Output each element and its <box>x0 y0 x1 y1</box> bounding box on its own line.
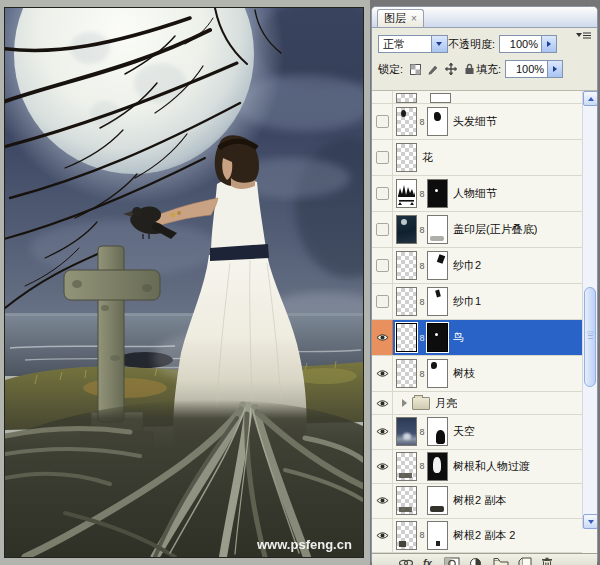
eye-hidden-box[interactable] <box>372 248 393 283</box>
layer-thumbnail[interactable] <box>396 251 417 280</box>
layer-name[interactable]: 头发细节 <box>453 114 497 129</box>
layer-row-树枝[interactable]: 8树枝 <box>372 356 582 392</box>
layer-name[interactable]: 纱巾1 <box>453 294 481 309</box>
panel-menu-icon[interactable] <box>572 28 594 41</box>
layer-thumbnail[interactable] <box>396 452 417 481</box>
mask-link-icon[interactable]: 8 <box>417 333 427 343</box>
panel-titlebar[interactable]: 图层 × <box>372 7 597 28</box>
layer-thumbnail[interactable] <box>396 179 417 208</box>
layer-thumbnail[interactable] <box>396 417 417 446</box>
layer-mask-thumbnail[interactable] <box>427 179 448 208</box>
layer-row-头发细节[interactable]: 8头发细节 <box>372 104 582 140</box>
layer-thumbnail[interactable] <box>396 143 417 172</box>
eye-visible-icon[interactable] <box>372 450 393 484</box>
layer-mask-thumbnail[interactable] <box>427 287 448 316</box>
layer-row-人物细节[interactable]: 8人物细节 <box>372 176 582 212</box>
eye-visible-icon[interactable] <box>372 356 393 391</box>
layer-thumbnail[interactable] <box>396 486 417 515</box>
dropdown-arrow-icon[interactable] <box>431 36 447 52</box>
eye-hidden-box[interactable] <box>372 104 393 139</box>
layer-thumbnail[interactable] <box>396 323 417 352</box>
layer-name[interactable]: 树根2 副本 <box>453 493 506 508</box>
add-layer-mask-icon[interactable] <box>444 556 460 565</box>
layer-name[interactable]: 树根2 副本 2 <box>453 528 515 543</box>
scroll-up-icon[interactable] <box>583 91 597 106</box>
canvas-image[interactable]: www.psfeng.cn <box>4 7 364 558</box>
layer-row-月亮[interactable]: 月亮 <box>372 392 582 415</box>
layer-mask-thumbnail[interactable] <box>427 521 448 550</box>
eye-hidden-box[interactable] <box>372 284 393 319</box>
layer-mask-thumbnail[interactable] <box>427 107 448 136</box>
fill-value[interactable]: 100% <box>505 60 547 78</box>
layer-row-纱巾2[interactable]: 8纱巾2 <box>372 248 582 284</box>
layer-thumbnail[interactable] <box>396 287 417 316</box>
opacity-value[interactable]: 100% <box>499 35 541 53</box>
eye-hidden-box[interactable] <box>372 140 393 175</box>
lock-paint-icon[interactable] <box>426 62 440 76</box>
eye-visible-icon[interactable] <box>372 320 393 355</box>
eye-hidden-box[interactable] <box>372 176 393 211</box>
layer-row-树根和人物过渡[interactable]: 8树根和人物过渡 <box>372 450 582 485</box>
eye-hidden-box[interactable] <box>372 212 393 247</box>
layer-thumbnail[interactable] <box>396 521 417 550</box>
mask-link-icon[interactable]: 8 <box>417 369 427 379</box>
eye-hidden-box[interactable] <box>372 91 393 103</box>
lock-all-icon[interactable] <box>462 62 476 76</box>
layer-name[interactable]: 月亮 <box>435 396 457 411</box>
new-layer-icon[interactable] <box>518 556 532 565</box>
group-expand-icon[interactable] <box>402 399 407 407</box>
layer-row-树根2 副本 2[interactable]: 8树根2 副本 2 <box>372 519 582 554</box>
layer-mask-thumbnail[interactable] <box>427 251 448 280</box>
mask-link-icon[interactable]: 8 <box>417 427 427 437</box>
scroll-down-icon[interactable] <box>583 514 597 529</box>
layer-mask-thumbnail[interactable] <box>430 93 451 103</box>
layer-style-icon[interactable]: fx. <box>423 556 435 565</box>
mask-link-icon[interactable]: 8 <box>417 461 427 471</box>
layer-row-盖印层(正片叠底)[interactable]: 8盖印层(正片叠底) <box>372 212 582 248</box>
fill-input[interactable]: 100% <box>505 60 563 78</box>
layer-row-花[interactable]: 花 <box>372 140 582 176</box>
mask-link-icon[interactable]: 8 <box>417 261 427 271</box>
layer-row-天空[interactable]: 8天空 <box>372 415 582 450</box>
layer-mask-thumbnail[interactable] <box>427 215 448 244</box>
eye-visible-icon[interactable] <box>372 484 393 518</box>
delete-layer-icon[interactable] <box>541 556 553 565</box>
fill-spinner-icon[interactable] <box>547 60 563 78</box>
scrollbar[interactable] <box>582 91 597 529</box>
eye-visible-icon[interactable] <box>372 392 393 414</box>
layer-row-纱巾1[interactable]: 8纱巾1 <box>372 284 582 320</box>
layer-mask-thumbnail[interactable] <box>427 359 448 388</box>
lock-position-icon[interactable] <box>444 62 458 76</box>
blend-mode-select[interactable]: 正常 <box>378 35 448 53</box>
layer-row-树根2 副本[interactable]: 树根2 副本 <box>372 484 582 519</box>
layer-name[interactable]: 树根和人物过渡 <box>453 459 530 474</box>
layer-mask-thumbnail[interactable] <box>427 486 448 515</box>
link-layers-icon[interactable] <box>398 556 414 565</box>
layer-row-鸟[interactable]: 8鸟 <box>372 320 582 356</box>
tab-close-icon[interactable]: × <box>411 13 417 24</box>
layer-thumbnail[interactable] <box>396 107 417 136</box>
lock-transparency-icon[interactable] <box>408 62 422 76</box>
layer-name[interactable]: 花 <box>422 150 433 165</box>
layer-thumbnail[interactable] <box>396 359 417 388</box>
layer-mask-thumbnail[interactable] <box>427 452 448 481</box>
new-adjustment-layer-icon[interactable] <box>469 556 484 565</box>
mask-link-icon[interactable]: 8 <box>417 297 427 307</box>
new-group-icon[interactable] <box>493 556 509 565</box>
layer-name[interactable]: 树枝 <box>453 366 475 381</box>
layer-name[interactable]: 鸟 <box>453 330 464 345</box>
opacity-spinner-icon[interactable] <box>541 35 557 53</box>
opacity-input[interactable]: 100% <box>499 35 557 53</box>
mask-link-icon[interactable]: 8 <box>417 117 427 127</box>
layer-name[interactable]: 天空 <box>453 424 475 439</box>
layer-thumbnail[interactable] <box>396 93 417 103</box>
layer-thumbnail[interactable] <box>396 215 417 244</box>
mask-link-icon[interactable]: 8 <box>417 530 427 540</box>
layer-name[interactable]: 人物细节 <box>453 186 497 201</box>
mask-link-icon[interactable]: 8 <box>417 189 427 199</box>
layer-row-clipped[interactable] <box>372 91 582 104</box>
eye-visible-icon[interactable] <box>372 415 393 449</box>
layer-mask-thumbnail[interactable] <box>427 417 448 446</box>
eye-visible-icon[interactable] <box>372 519 393 553</box>
layer-mask-thumbnail[interactable] <box>427 323 448 352</box>
